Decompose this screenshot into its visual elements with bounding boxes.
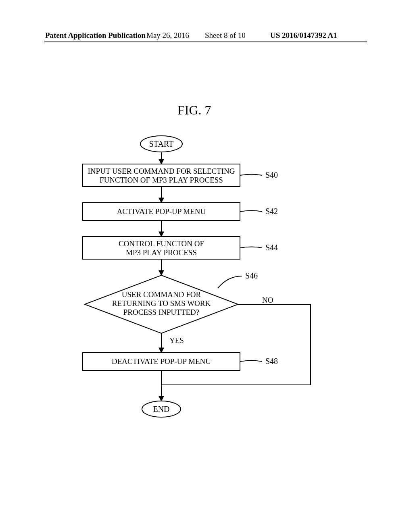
s42-line1: ACTIVATE POP-UP MENU [117,207,206,216]
end-text: END [153,405,169,414]
s40-label: S40 [265,170,278,179]
flowchart: START INPUT USER COMMAND FOR SELECTING F… [0,135,413,435]
step-s44: CONTROL FUNCTON OF MP3 PLAY PROCESS S44 [83,237,278,259]
s44-label: S44 [265,243,278,252]
start-node: START [140,136,182,152]
step-s42: ACTIVATE POP-UP MENU S42 [83,203,278,220]
branch-no: NO [262,296,273,304]
start-text: START [149,139,174,148]
header-publication-type: Patent Application Publication [45,31,146,40]
s48-label: S48 [265,357,278,366]
s46-leader [218,276,242,288]
s42-label: S42 [265,207,278,216]
s44-leader [240,247,262,248]
patent-figure-page: Patent Application Publication May 26, 2… [0,0,413,532]
s44-line2: MP3 PLAY PROCESS [126,248,197,257]
figure-title: FIG. 7 [177,103,211,118]
header-sheet: Sheet 8 of 10 [205,31,246,40]
s46-line1: USER COMMAND FOR [122,290,201,299]
header-date: May 26, 2016 [146,31,189,40]
end-node: END [142,401,181,417]
step-s48: DEACTIVATE POP-UP MENU S48 [83,353,278,370]
s46-label: S46 [245,271,258,280]
header-pub-number: US 2016/0147392 A1 [270,31,337,40]
header-rule [44,42,367,42]
s46-line3: PROCESS INPUTTED? [123,308,199,316]
s40-line2: FUNCTION OF MP3 PLAY PROCESS [100,176,223,184]
s46-line2: RETURNING TO SMS WORK [112,299,211,308]
edge-s46-no [161,304,311,385]
s48-leader [240,361,262,362]
s42-leader [240,211,262,212]
s44-line1: CONTROL FUNCTON OF [119,239,204,248]
s48-line1: DEACTIVATE POP-UP MENU [112,357,211,366]
s40-leader [240,175,262,176]
s40-line1: INPUT USER COMMAND FOR SELECTING [88,167,235,175]
branch-yes: YES [169,336,184,345]
step-s40: INPUT USER COMMAND FOR SELECTING FUNCTIO… [83,164,278,187]
step-s46: USER COMMAND FOR RETURNING TO SMS WORK P… [85,271,258,333]
